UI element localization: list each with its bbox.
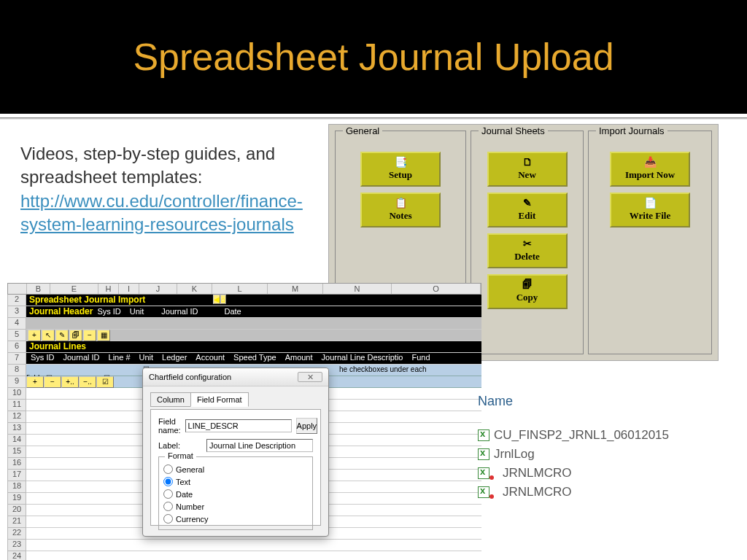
radio-label: Number <box>176 502 204 511</box>
sheets-new-button[interactable]: 🗋New <box>487 152 568 187</box>
toolbar-button[interactable]: − <box>44 376 61 388</box>
tab-column[interactable]: Column <box>150 392 191 407</box>
radio-input[interactable] <box>163 464 173 474</box>
row-header[interactable]: 3 <box>7 306 26 318</box>
radio-input[interactable] <box>163 514 173 524</box>
button-label: Edit <box>519 210 536 222</box>
general-setup-button[interactable]: 📑Setup <box>360 152 441 187</box>
resources-link[interactable]: http://www.cu.edu/controller/finance-sys… <box>20 191 303 234</box>
sheets-edit-button[interactable]: ✎Edit <box>487 192 568 228</box>
excel-file-icon <box>478 486 489 498</box>
file-name: CU_FINSP2_JRNL1_06012015 <box>494 428 669 443</box>
button-label: Setup <box>389 169 412 181</box>
row-header[interactable]: 19 <box>7 493 26 505</box>
format-option-currency[interactable]: Currency <box>163 513 308 525</box>
toolbar-button[interactable]: 🗐 <box>69 330 82 341</box>
import-import-now-button[interactable]: 📥Import Now <box>610 152 690 187</box>
sheet-row: 23 <box>7 540 481 551</box>
row-header[interactable]: 17 <box>7 470 26 481</box>
column-label: Sys ID <box>26 353 58 362</box>
row-header[interactable]: 16 <box>7 458 26 470</box>
col-header[interactable]: M <box>268 284 323 294</box>
column-label: Ledger <box>158 353 191 362</box>
row-header[interactable]: 20 <box>7 505 26 516</box>
col-header[interactable]: N <box>323 284 392 294</box>
row-header[interactable]: 21 <box>7 516 26 528</box>
col-header[interactable] <box>8 284 27 294</box>
format-option-number[interactable]: Number <box>163 500 308 513</box>
toolbar-button[interactable]: +.. <box>61 376 79 388</box>
radio-label: Currency <box>176 515 209 524</box>
import-title: Spreadsheet Journal Import <box>26 295 145 305</box>
toolbar-button[interactable]: ✎ <box>55 330 69 341</box>
format-option-general[interactable]: General <box>163 463 308 475</box>
file-row[interactable]: CU_FINSP2_JRNL1_06012015 <box>478 428 733 443</box>
intro-text-block: Videos, step-by-step guides, and spreads… <box>20 142 309 237</box>
row-header[interactable]: 5 <box>7 330 26 341</box>
header-field <box>202 307 211 316</box>
row-header[interactable]: 15 <box>7 446 26 458</box>
col-header[interactable]: L <box>212 284 268 294</box>
row-header[interactable]: 7 <box>7 353 26 365</box>
toolbar-button[interactable]: −.. <box>79 376 96 388</box>
label-input[interactable] <box>206 439 313 452</box>
toolbar-button[interactable]: + <box>28 330 41 341</box>
row-header[interactable]: 12 <box>7 411 26 423</box>
toolbar-button[interactable]: ☑ <box>96 376 114 388</box>
row-header[interactable]: 11 <box>7 400 26 411</box>
column-label: Journal ID <box>58 353 104 362</box>
file-row[interactable]: JrnlLog <box>478 447 733 462</box>
file-row[interactable]: JRNLMCRO <box>478 485 733 499</box>
toolbar-button[interactable]: − <box>83 330 96 341</box>
row-header[interactable]: 4 <box>7 318 26 330</box>
header-field: Journal ID <box>157 307 202 316</box>
tab-field-format[interactable]: Field Format <box>190 392 249 407</box>
col-header[interactable]: E <box>50 284 98 294</box>
import-write-file-button[interactable]: 📄Write File <box>610 192 690 228</box>
row-header[interactable]: 9 <box>7 376 26 388</box>
home-icon[interactable]: ⌂ <box>220 295 226 304</box>
row-header[interactable]: 10 <box>7 388 26 400</box>
row-header[interactable]: 14 <box>7 435 26 446</box>
toolbar-button[interactable]: ▦ <box>97 330 110 341</box>
field-name-input[interactable] <box>185 419 292 432</box>
apply-button[interactable]: Apply <box>296 418 318 434</box>
row-header[interactable]: 22 <box>7 528 26 540</box>
row-header[interactable]: 23 <box>7 540 26 551</box>
col-header[interactable]: K <box>177 284 212 294</box>
col-header[interactable]: O <box>392 284 481 294</box>
radio-input[interactable] <box>163 477 173 486</box>
toolbar-button[interactable]: ↖ <box>42 330 55 341</box>
col-header[interactable]: I <box>119 284 139 294</box>
radio-input[interactable] <box>163 489 173 499</box>
radio-input[interactable] <box>163 502 173 511</box>
row-header[interactable]: 13 <box>7 423 26 435</box>
col-header[interactable]: J <box>139 284 177 294</box>
format-option-text[interactable]: Text <box>163 475 308 488</box>
button-label: New <box>518 169 536 181</box>
row-header[interactable]: 18 <box>7 481 26 493</box>
sheets-delete-button[interactable]: ✂Delete <box>487 233 568 268</box>
close-icon[interactable]: ✕ <box>298 372 322 382</box>
general-notes-button[interactable]: 📋Notes <box>360 192 441 228</box>
col-header[interactable]: B <box>27 284 50 294</box>
row-header[interactable]: 24 <box>7 551 26 560</box>
sheets-copy-button[interactable]: 🗐Copy <box>487 274 568 309</box>
field-name-label: Field name: <box>158 417 181 435</box>
excel-file-icon <box>478 448 489 460</box>
file-row[interactable]: JRNLMCRO <box>478 466 733 481</box>
col-header[interactable]: H <box>98 284 119 294</box>
file-list: Name CU_FINSP2_JRNL1_06012015JrnlLogJRNL… <box>478 394 733 504</box>
file-name: JRNLMCRO <box>503 466 571 481</box>
format-legend: Format <box>165 451 196 460</box>
journal-lines-label: Journal Lines <box>26 341 86 351</box>
row-header[interactable]: 2 <box>7 295 26 306</box>
radio-label: Text <box>176 478 190 486</box>
row-header[interactable]: 8 <box>7 365 26 376</box>
row-header[interactable]: 6 <box>7 341 26 353</box>
nav-back-icon[interactable]: ◀ <box>213 295 220 304</box>
slide-title-bar: Spreadsheet Journal Upload <box>0 0 747 114</box>
format-option-date[interactable]: Date <box>163 488 308 500</box>
toolbar-button[interactable]: + <box>26 376 44 388</box>
button-label: Notes <box>389 210 411 222</box>
